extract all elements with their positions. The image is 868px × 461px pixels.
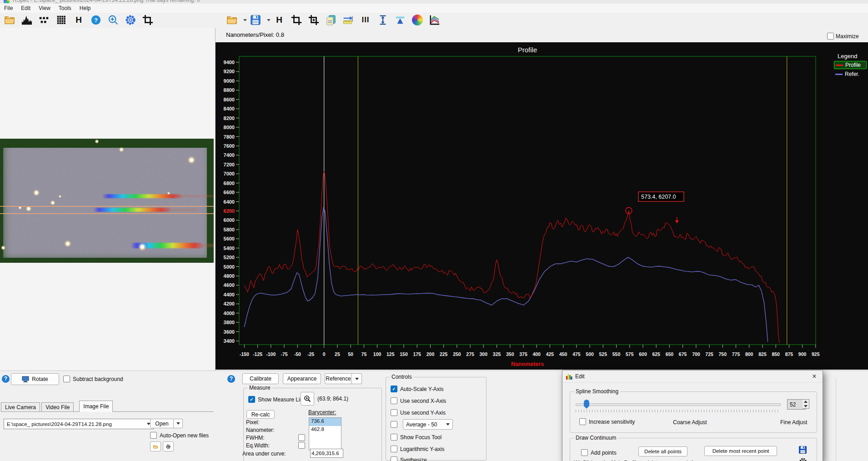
control-use-second-x-axis[interactable]: Use second X-Axis [391, 397, 446, 404]
control-synthesize[interactable]: Synthesize [391, 456, 427, 461]
maximize-control[interactable]: Maximize [827, 33, 859, 40]
calibrate-button[interactable]: Calibrate [242, 373, 279, 384]
spinner-down-icon[interactable] [804, 405, 808, 407]
rotate-button[interactable]: Rotate [11, 373, 59, 385]
recalc-button[interactable]: Re-calc [246, 410, 275, 419]
show-measure-lines-control[interactable]: ✓ Show Measure Lines [248, 396, 309, 403]
folder-open-icon[interactable] [4, 14, 15, 26]
dropdown-arrow-icon[interactable] [267, 19, 271, 21]
image-measure-line[interactable] [0, 206, 214, 207]
settings-gear-icon[interactable] [125, 14, 136, 26]
menu-item-help[interactable]: Help [75, 4, 95, 12]
spline-slider-track[interactable] [576, 403, 781, 406]
ruler-arrow-icon[interactable] [342, 14, 354, 26]
control-checkbox[interactable] [391, 397, 397, 404]
dot-grid-icon[interactable] [38, 14, 50, 26]
histogram-icon[interactable] [21, 14, 33, 26]
open-dropdown-button[interactable] [174, 419, 183, 428]
help-icon[interactable]: ? [2, 375, 10, 383]
add-points-checkbox[interactable] [581, 449, 588, 456]
increase-sensitivity-checkbox[interactable] [579, 418, 586, 425]
close-icon[interactable]: × [810, 372, 819, 381]
control-checkbox[interactable] [391, 446, 397, 452]
control-logarithmic-y-axis[interactable]: Logarithmic Y-axis [391, 446, 444, 452]
right-edge-divider [836, 378, 836, 461]
control-average[interactable]: Average - 50 [391, 419, 453, 430]
auto-open-checkbox[interactable] [150, 432, 157, 439]
appearance-button[interactable]: Appearance [283, 373, 321, 384]
measure-row-value[interactable]: 736.6 [309, 418, 341, 426]
edit-dialog-titlebar[interactable]: Edit × [562, 371, 823, 383]
folder-open-icon[interactable] [226, 14, 238, 26]
menu-item-view[interactable]: View [35, 4, 55, 12]
vertical-range-icon[interactable] [377, 14, 389, 26]
menu-item-tools[interactable]: Tools [55, 4, 75, 12]
x-tick-label: -100 [266, 351, 276, 357]
subtract-background-control[interactable]: Subtract background [63, 376, 123, 382]
legend-item-profile[interactable]: Profile [834, 61, 867, 69]
menu-item-edit[interactable]: Edit [17, 4, 35, 12]
measure-row-checkbox[interactable] [298, 442, 305, 449]
funnel-icon[interactable] [394, 14, 406, 26]
help-icon[interactable]: ? [227, 375, 235, 383]
auto-open-control[interactable]: Auto-Open new files [150, 432, 209, 439]
continuum-settings-gear-icon[interactable] [799, 458, 807, 461]
save-continuum-icon[interactable] [799, 446, 807, 454]
h-tool-icon[interactable]: H [73, 14, 85, 26]
file-path-combobox[interactable]: E:\space_ pictures\2024-04-29T14.21.28.p… [4, 419, 154, 429]
measure-row-checkbox[interactable] [298, 434, 305, 441]
delete-all-points-button[interactable]: Delete all points [638, 446, 687, 456]
control-show-focus-tool[interactable]: Show Focus Tool [391, 434, 442, 441]
help-icon[interactable]: ? [90, 14, 102, 26]
profiles-chart-icon[interactable] [429, 14, 441, 26]
crop-icon[interactable] [291, 14, 302, 26]
average-dropdown[interactable]: Average - 50 [403, 419, 453, 430]
save-icon[interactable] [250, 14, 261, 26]
spline-spinner[interactable] [803, 399, 809, 409]
browse-folder-button[interactable] [150, 441, 161, 451]
grid-icon[interactable] [55, 14, 67, 26]
control-checkbox[interactable] [391, 409, 397, 416]
crop-plus-icon[interactable] [308, 14, 320, 26]
h-tool-icon[interactable]: H [273, 14, 285, 26]
delete-all-points-label: Delete all points [644, 449, 682, 454]
tab-image-file[interactable]: Image File [79, 401, 113, 412]
spline-slider-thumb[interactable] [584, 400, 589, 409]
tab-live-camera[interactable]: Live Camera [1, 402, 40, 412]
area-under-curve-value[interactable]: 4,269,315.6 [310, 449, 343, 458]
crop-icon[interactable] [142, 14, 154, 26]
y-tick-label: 7600 [224, 143, 235, 149]
color-wheel-icon[interactable] [411, 14, 423, 26]
spinner-up-icon[interactable] [804, 401, 808, 403]
subtract-background-checkbox[interactable] [63, 376, 70, 382]
y-tick-label: 8800 [224, 87, 235, 93]
measure-row-value[interactable] [309, 434, 341, 442]
legend-item-refer[interactable]: Refer. [834, 70, 867, 78]
measure-row-value[interactable]: 462.8 [309, 426, 341, 434]
reference-dropdown-button[interactable] [352, 373, 362, 384]
dropdown-arrow-icon[interactable] [243, 19, 247, 21]
zoom-tool-button[interactable] [301, 392, 314, 406]
image-measure-line[interactable] [0, 213, 214, 214]
control-checkbox[interactable] [391, 456, 397, 461]
control-checkbox[interactable]: ✓ [391, 386, 397, 392]
zoom-in-icon[interactable] [107, 14, 119, 26]
add-points-control[interactable]: Add points [581, 449, 617, 456]
tab-video-file[interactable]: Video File [41, 402, 74, 412]
control-auto-scale-y-axis[interactable]: ✓Auto-Scale Y-Axis [391, 386, 443, 392]
columns-icon[interactable]: III [360, 14, 371, 26]
maximize-checkbox[interactable] [827, 33, 834, 40]
delete-recent-point-button[interactable]: Delete most recent point [704, 446, 777, 456]
open-button[interactable]: Open [150, 419, 174, 428]
copy-pages-icon[interactable] [325, 14, 337, 26]
control-checkbox[interactable] [391, 421, 397, 428]
menu-item-file[interactable]: File [0, 4, 17, 12]
reference-button[interactable]: Reference [325, 373, 352, 384]
spectrum-image[interactable] [0, 139, 214, 263]
control-checkbox[interactable] [391, 434, 397, 441]
show-measure-lines-checkbox[interactable]: ✓ [248, 396, 255, 403]
profile-chart[interactable]: Profile340036003800400042004400460048005… [216, 42, 868, 370]
image-settings-button[interactable] [163, 441, 174, 451]
increase-sensitivity-control[interactable]: Increase sensitivity [579, 418, 635, 425]
control-use-second-y-axis[interactable]: Use second Y-Axis [391, 409, 446, 416]
